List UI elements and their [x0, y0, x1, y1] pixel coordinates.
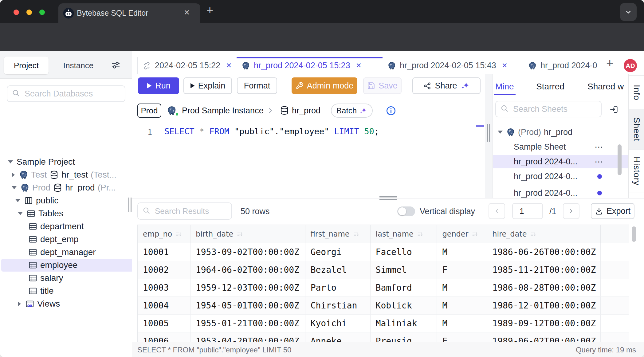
- tree-item[interactable]: public: [1, 194, 132, 207]
- new-browser-tab-button[interactable]: +: [206, 4, 213, 17]
- browser-tab[interactable]: Bytebase SQL Editor ✕: [58, 3, 200, 23]
- tree-item[interactable]: dept_emp: [1, 233, 132, 246]
- table-icon: [26, 209, 36, 218]
- sheet-tab-shared[interactable]: Shared w: [587, 82, 624, 92]
- close-tab-icon[interactable]: ✕: [356, 61, 362, 70]
- results-scrollbar[interactable]: [632, 226, 636, 242]
- tree-collapse-icon[interactable]: [12, 172, 15, 177]
- avatar-initials: AD: [626, 62, 635, 69]
- avatar[interactable]: AD: [624, 59, 637, 72]
- code-editor[interactable]: 1 SELECT * FROM "public"."employee" LIMI…: [132, 122, 485, 198]
- query-tab[interactable]: hr_prod 2024-02-05 15:43✕: [383, 57, 533, 74]
- admin-mode-button[interactable]: Admin mode: [292, 77, 357, 94]
- sheet-list-item[interactable]: (Test)hr_test: [493, 120, 628, 122]
- column-header-hire_date[interactable]: hire_date: [487, 225, 601, 243]
- sheet-search-input[interactable]: [512, 104, 597, 114]
- sheet-list-scrollbar[interactable]: [618, 144, 622, 175]
- results-resize-handle[interactable]: [379, 196, 397, 202]
- query-tab[interactable]: hr_prod 2024-02-05 15:23✕: [237, 57, 393, 74]
- table-cell: 1953-09-02T00:00:00Z: [190, 243, 305, 261]
- tree-expand-icon[interactable]: [15, 199, 20, 202]
- page-number-input[interactable]: [512, 203, 543, 219]
- next-page-button[interactable]: [563, 203, 579, 219]
- table-row[interactable]: 100011953-09-02T00:00:00ZGeorgiFacelloM1…: [138, 243, 629, 261]
- sheet-menu-icon[interactable]: ⋯: [595, 142, 604, 152]
- sheet-tab-mine[interactable]: Mine: [495, 82, 514, 92]
- tree-item[interactable]: Tables: [1, 207, 132, 220]
- column-header-last_name[interactable]: last_name: [371, 225, 437, 243]
- prev-page-button[interactable]: [489, 203, 505, 219]
- tree-item[interactable]: employee: [1, 259, 132, 272]
- connection-breadcrumb: Prod Prod Sample Instance hr_prod Batch: [132, 99, 485, 122]
- sidebar-resize-handle[interactable]: [128, 198, 132, 214]
- table-row[interactable]: 100041954-05-01T00:00:00ZChirstianKoblic…: [138, 297, 629, 315]
- close-tab-icon[interactable]: ✕: [502, 61, 508, 70]
- sheet-list-item[interactable]: (Prod)hr_prod: [493, 125, 628, 139]
- instance-name[interactable]: Prod Sample Instance: [182, 106, 264, 116]
- sheet-list-item[interactable]: hr_prod 2024-0...: [493, 186, 628, 198]
- tree-item[interactable]: title: [1, 284, 132, 297]
- tree-collapse-icon[interactable]: [18, 301, 21, 306]
- batch-button[interactable]: Batch: [331, 104, 373, 118]
- sheet-list-item[interactable]: hr_prod 2024-0...⋯: [493, 155, 628, 168]
- sheet-group-name: hr_prod: [544, 128, 572, 137]
- tree-item[interactable]: Views: [1, 297, 132, 310]
- tree-item[interactable]: dept_manager: [1, 246, 132, 259]
- window-close-button[interactable]: [14, 10, 19, 15]
- tree-expand-icon[interactable]: [8, 160, 13, 163]
- tree-expand-icon[interactable]: [498, 131, 503, 134]
- info-icon[interactable]: [386, 105, 396, 117]
- export-button[interactable]: Export: [591, 203, 634, 219]
- explain-button[interactable]: Explain: [183, 77, 232, 94]
- table-cell: Koblick: [371, 297, 437, 315]
- side-tab-sheet[interactable]: Sheet: [629, 109, 644, 150]
- share-button[interactable]: Share: [412, 77, 481, 94]
- close-tab-icon[interactable]: ✕: [226, 61, 232, 70]
- sheet-search[interactable]: [495, 101, 602, 117]
- add-query-tab-button[interactable]: +: [606, 56, 613, 70]
- query-tab[interactable]: 2024-02-05 15:22✕: [137, 57, 247, 74]
- table-row[interactable]: 100061953-04-20T00:00:00ZAnnekePreusigF1…: [138, 332, 629, 343]
- side-tab-info[interactable]: Info: [629, 75, 644, 110]
- tree-expand-icon[interactable]: [12, 186, 17, 189]
- save-button[interactable]: Save: [363, 77, 402, 94]
- table-row[interactable]: 100031959-12-03T00:00:00ZPartoBamfordM19…: [138, 279, 629, 297]
- tab-search-chevron-icon[interactable]: [620, 3, 637, 21]
- postgres-icon: [506, 128, 515, 136]
- tree-expand-icon[interactable]: [18, 212, 23, 215]
- window-minimize-button[interactable]: [26, 10, 32, 15]
- column-header-birth_date[interactable]: birth_date: [190, 225, 305, 243]
- tree-item[interactable]: salary: [1, 272, 132, 284]
- query-tab[interactable]: hr_prod 2024-0: [523, 57, 616, 74]
- side-tab-history[interactable]: History: [629, 150, 644, 193]
- column-header-emp_no[interactable]: emp_no: [138, 225, 190, 243]
- vertical-display-toggle[interactable]: [397, 206, 415, 216]
- tree-item-label: dept_manager: [40, 247, 96, 257]
- tree-item[interactable]: Sample Project: [1, 155, 132, 168]
- sheet-list-item[interactable]: hr_prod 2024-0...: [493, 170, 628, 183]
- table-cell: 1986-12-01T00:00:00Z: [487, 297, 601, 315]
- column-header-gender[interactable]: gender: [437, 225, 487, 243]
- results-search-input[interactable]: [154, 206, 227, 216]
- run-button[interactable]: Run: [138, 77, 179, 94]
- results-search[interactable]: [137, 202, 232, 220]
- sheet-list-item[interactable]: Sample Sheet⋯: [493, 140, 628, 154]
- column-header-first_name[interactable]: first_name: [305, 225, 371, 243]
- table-cell: Chirstian: [305, 297, 371, 315]
- sheet-tab-starred[interactable]: Starred: [536, 82, 564, 92]
- tree-item[interactable]: Prodhr_prod(Pr...: [1, 181, 132, 194]
- format-button[interactable]: Format: [237, 77, 277, 94]
- results-panel: 50 rows Vertical display /1 Export emp_n…: [132, 198, 644, 342]
- table-row[interactable]: 100021964-06-02T00:00:00ZBezalelSimmelF1…: [138, 261, 629, 279]
- import-icon[interactable]: [609, 104, 619, 116]
- window-zoom-button[interactable]: [39, 10, 45, 15]
- tree-item[interactable]: department: [1, 220, 132, 233]
- panel-resize-handle[interactable]: [487, 124, 491, 143]
- tree-item[interactable]: Testhr_test(Test...: [1, 168, 132, 181]
- sheet-menu-icon[interactable]: ⋯: [595, 157, 604, 167]
- page-number-field[interactable]: [519, 206, 539, 216]
- database-name[interactable]: hr_prod: [292, 106, 320, 116]
- table-row[interactable]: 100051955-01-21T00:00:00ZKyoichiMaliniak…: [138, 315, 629, 332]
- environment-chip[interactable]: Prod: [137, 104, 161, 118]
- browser-tab-close-icon[interactable]: ✕: [184, 8, 190, 17]
